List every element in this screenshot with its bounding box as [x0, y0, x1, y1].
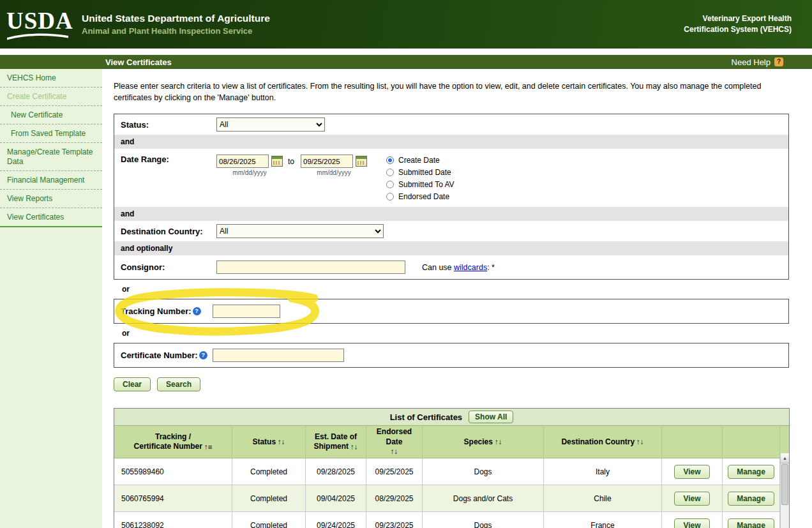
main-content: Please enter search criteria to view a l…: [114, 75, 789, 528]
title-bar: View Certificates Need Help ?: [0, 55, 812, 69]
wildcards-hint: Can use wildcards: *: [422, 263, 495, 272]
table-title: List of Certificates: [390, 412, 462, 422]
radio-button-icon: [386, 169, 394, 176]
sidebar-item-from-saved-template[interactable]: From Saved Template: [0, 124, 102, 143]
sidebar-item-view-certificates[interactable]: View Certificates: [0, 208, 102, 227]
need-help-link[interactable]: Need Help ?: [732, 57, 783, 67]
sidebar-item-create-certificate: Create Certificate: [0, 87, 102, 106]
cell-destination-country: Chile: [544, 485, 662, 511]
column-header-line: Certificate Number: [134, 442, 202, 452]
cell-tracking-number: 5061238092: [114, 512, 232, 528]
table-row: 5061238092 Completed 09/24/2025 09/23/20…: [114, 512, 789, 528]
scrollbar-thumb[interactable]: [781, 464, 788, 505]
usda-header: USDA United States Department of Agricul…: [0, 0, 812, 49]
cell-status: Completed: [232, 512, 306, 528]
page-title: View Certificates: [105, 57, 172, 67]
radio-endorsed-date-label: Endorsed Date: [398, 192, 449, 201]
view-button[interactable]: View: [674, 518, 709, 528]
sidebar-item-vehcs-home[interactable]: VEHCS Home: [0, 69, 102, 87]
scroll-up-icon[interactable]: ▲: [781, 453, 789, 464]
date-from-field: mm/dd/yyyy: [216, 155, 283, 176]
radio-create-date[interactable]: Create Date: [386, 156, 455, 165]
or-separator-2: or: [122, 329, 789, 338]
sidebar-item-new-certificate[interactable]: New Certificate: [0, 106, 102, 124]
tracking-help-icon[interactable]: ?: [193, 307, 201, 315]
date-to-input[interactable]: [301, 155, 353, 168]
column-header-endorsed-date[interactable]: Endorsed Date ↑↓: [366, 426, 423, 458]
manage-button[interactable]: Manage: [728, 465, 774, 479]
sidebar-item-financial-management[interactable]: Financial Management: [0, 171, 102, 190]
tracking-number-input[interactable]: [213, 305, 280, 318]
and-optionally-separator: and optionally: [114, 241, 788, 255]
need-help-label: Need Help: [732, 57, 771, 67]
view-button[interactable]: View: [674, 492, 709, 506]
manage-button[interactable]: Manage: [728, 492, 774, 506]
sidebar-item-view-reports[interactable]: View Reports: [0, 190, 102, 208]
wildcards-suffix: : *: [487, 263, 495, 272]
cell-endorsed-date: 09/25/2025: [366, 458, 423, 485]
manage-button[interactable]: Manage: [728, 518, 774, 528]
search-criteria-box: Status: All and Date Range: mm/dd/yyyy: [114, 114, 789, 280]
radio-create-date-label: Create Date: [398, 156, 440, 165]
date-range-label: Date Range:: [121, 155, 216, 164]
date-format-hint: mm/dd/yyyy: [232, 169, 266, 176]
column-header-destination-country[interactable]: Destination Country↑↓: [544, 426, 662, 458]
search-button[interactable]: Search: [157, 377, 200, 391]
column-header-status[interactable]: Status↑↓: [232, 426, 306, 458]
consignor-input[interactable]: [216, 260, 405, 274]
cell-est-date: 09/04/2025: [306, 485, 366, 511]
cell-endorsed-date: 09/23/2025: [366, 512, 423, 528]
radio-submitted-to-av[interactable]: Submitted To AV: [386, 180, 455, 189]
date-format-hint: mm/dd/yyyy: [317, 169, 350, 176]
clear-button[interactable]: Clear: [114, 377, 151, 391]
show-all-button[interactable]: Show All: [469, 411, 513, 423]
destination-country-row: Destination Country: All: [114, 221, 788, 241]
date-to-label: to: [288, 157, 294, 166]
destination-country-select[interactable]: All: [216, 224, 384, 238]
calendar-icon[interactable]: [271, 156, 283, 167]
radio-button-icon: [386, 181, 394, 188]
table-title-bar: List of Certificates Show All: [114, 409, 789, 425]
certificate-number-input[interactable]: [213, 349, 344, 362]
column-header-line: Tracking /: [155, 432, 191, 442]
cell-status: Completed: [232, 458, 306, 485]
cell-est-date: 09/28/2025: [306, 458, 366, 485]
department-title: United States Department of Agriculture …: [82, 13, 270, 36]
column-header-tracking[interactable]: Tracking / Certificate Number↑≡: [114, 426, 232, 458]
radio-button-icon: [386, 193, 394, 200]
date-range-row: Date Range: mm/dd/yyyy to: [114, 149, 788, 207]
usda-logo-swoosh-icon: [6, 32, 69, 40]
certificate-help-icon[interactable]: ?: [199, 351, 207, 359]
radio-submitted-date[interactable]: Submitted Date: [386, 168, 455, 177]
table-header-row: Tracking / Certificate Number↑≡ Status↑↓…: [114, 425, 789, 458]
department-line1: United States Department of Agriculture: [82, 13, 270, 24]
status-select[interactable]: All: [216, 117, 325, 132]
cell-tracking-number: 5060765994: [114, 485, 232, 511]
radio-submitted-to-av-label: Submitted To AV: [398, 180, 455, 189]
column-header-est-date[interactable]: Est. Date of Shipment↑↓: [306, 426, 366, 458]
column-header-line: Shipment: [313, 442, 349, 452]
wildcards-link[interactable]: wildcards: [454, 263, 487, 272]
sort-icon: ↑↓: [350, 442, 358, 452]
cell-tracking-number: 5055989460: [114, 458, 232, 485]
cell-destination-country: France: [544, 512, 662, 528]
or-separator-1: or: [122, 285, 789, 294]
sort-icon: ↑↓: [391, 447, 398, 456]
column-header-line: Est. Date of: [315, 432, 357, 442]
status-label: Status:: [121, 120, 216, 130]
calendar-icon[interactable]: [356, 156, 367, 167]
sidebar-item-manage-create-template-data[interactable]: Manage/Create Template Data: [0, 143, 102, 171]
and-separator-1: and: [114, 135, 788, 149]
column-header-line: Species: [464, 437, 493, 448]
view-button[interactable]: View: [674, 465, 709, 479]
date-from-input[interactable]: [216, 155, 269, 168]
table-scrollbar[interactable]: ▲: [780, 453, 789, 528]
tracking-number-box: Tracking Number: ?: [114, 299, 789, 324]
vehcs-page: USDA United States Department of Agricul…: [0, 0, 812, 528]
column-header-species[interactable]: Species↑↓: [423, 426, 544, 458]
date-range-group: mm/dd/yyyy to mm/dd/yyyy: [216, 155, 367, 176]
column-header-view: [662, 426, 723, 458]
radio-endorsed-date[interactable]: Endorsed Date: [386, 192, 455, 201]
need-help-icon[interactable]: ?: [774, 57, 783, 66]
app-title-line2: Certification System (VEHCS): [684, 24, 792, 35]
